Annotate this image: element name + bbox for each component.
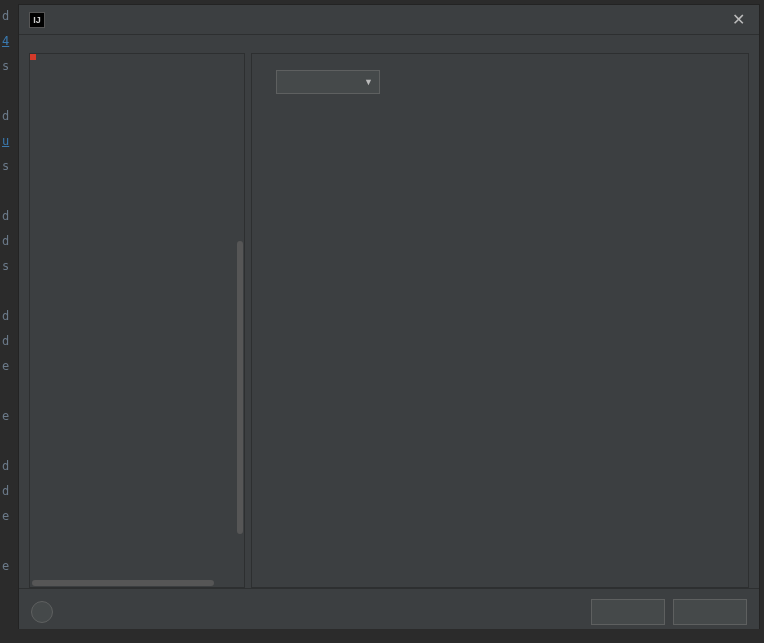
chevron-down-icon: ▼ xyxy=(364,77,373,87)
frameworks-tree-panel xyxy=(29,53,245,588)
editor-gutter: d4s dus dds dde edd ee xyxy=(0,0,18,643)
config-panel: ▼ xyxy=(251,53,749,588)
frameworks-tree[interactable] xyxy=(30,54,244,579)
editor-peek xyxy=(0,629,764,643)
java-ee-version-combo[interactable]: ▼ xyxy=(276,70,380,94)
main-area: ▼ xyxy=(19,53,759,588)
dialog-footer xyxy=(19,588,759,634)
ok-button[interactable] xyxy=(591,599,665,625)
help-button[interactable] xyxy=(31,601,53,623)
app-icon: IJ xyxy=(29,12,45,28)
titlebar: IJ ✕ xyxy=(19,5,759,35)
add-frameworks-dialog: IJ ✕ ▼ xyxy=(18,4,760,635)
tree-hscrollbar[interactable] xyxy=(30,579,244,587)
close-icon[interactable]: ✕ xyxy=(728,10,749,29)
cancel-button[interactable] xyxy=(673,599,747,625)
intro-text xyxy=(19,35,759,53)
java-ee-row: ▼ xyxy=(266,70,734,94)
tree-vscrollbar[interactable] xyxy=(236,54,244,587)
